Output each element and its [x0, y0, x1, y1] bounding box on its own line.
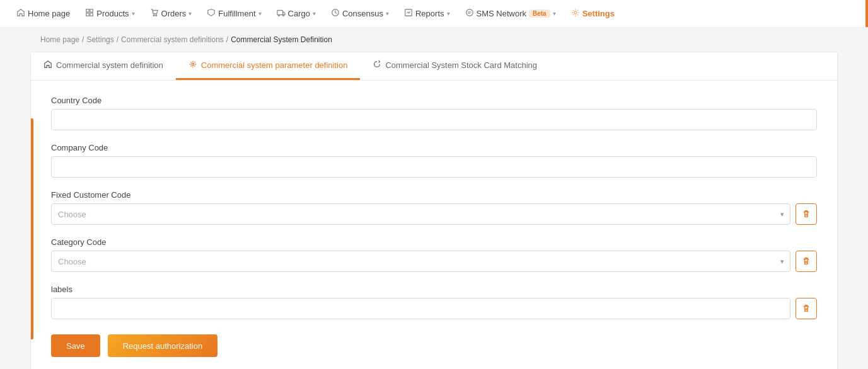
cargo-icon — [277, 8, 286, 19]
nav-label-consensus: Consensus — [342, 9, 383, 18]
svg-point-5 — [155, 15, 156, 16]
breadcrumb-sep2: / — [117, 35, 119, 44]
settings-icon — [571, 8, 580, 19]
param-tab-icon — [188, 60, 197, 71]
fulfillment-chevron-icon: ▾ — [258, 10, 262, 17]
nav-label-products: Products — [96, 9, 129, 18]
svg-point-13 — [192, 63, 194, 65]
form-group-category-code: Category Code Choose ▾ — [51, 237, 817, 272]
nav-item-products[interactable]: Products ▾ — [79, 0, 141, 28]
home-icon — [16, 8, 25, 19]
save-button[interactable]: Save — [51, 334, 100, 357]
form-body: Country Code Company Code Fixed Customer… — [31, 81, 837, 369]
sms-icon — [465, 8, 474, 19]
category-code-select-wrapper: Choose ▾ — [51, 251, 790, 272]
labels-row — [51, 298, 817, 319]
labels-delete-button[interactable] — [796, 298, 817, 319]
products-chevron-icon: ▾ — [132, 10, 135, 17]
sync-tab-icon — [373, 60, 381, 71]
sms-chevron-icon: ▾ — [553, 10, 556, 17]
nav-label-settings: Settings — [582, 9, 615, 18]
left-accent-bar — [31, 118, 33, 339]
nav-item-reports[interactable]: Reports ▾ — [398, 0, 456, 28]
breadcrumb: Home page / Settings / Commercial system… — [0, 28, 868, 52]
nav-label-homepage: Home page — [28, 9, 70, 18]
category-code-select[interactable]: Choose — [51, 251, 790, 272]
settings-active-bar — [865, 0, 868, 27]
home-tab-icon — [43, 60, 52, 71]
main-card: Commercial system definition Commercial … — [30, 52, 838, 369]
navbar: Home page Products ▾ Orders ▾ Fulfillmen… — [0, 0, 868, 28]
company-code-input[interactable] — [51, 156, 817, 178]
nav-item-settings[interactable]: Settings — [565, 0, 621, 28]
form-group-labels: labels — [51, 285, 817, 319]
labels-input[interactable] — [51, 298, 790, 319]
svg-rect-2 — [86, 13, 89, 16]
cargo-chevron-icon: ▾ — [313, 10, 316, 17]
breadcrumb-homepage[interactable]: Home page — [40, 35, 79, 44]
category-code-row: Choose ▾ — [51, 251, 817, 272]
svg-rect-6 — [277, 11, 282, 15]
svg-rect-3 — [90, 13, 93, 16]
consensus-chevron-icon: ▾ — [386, 10, 389, 17]
breadcrumb-current: Commercial System Definition — [231, 35, 332, 44]
category-code-delete-button[interactable] — [796, 251, 817, 272]
nav-label-fulfillment: Fulfillment — [218, 9, 255, 18]
beta-badge: Beta — [529, 9, 550, 18]
tab-label-2: Commercial system parameter definition — [201, 60, 348, 70]
request-authorization-button[interactable]: Request authorization — [108, 334, 217, 357]
nav-label-orders: Orders — [161, 9, 187, 18]
svg-point-7 — [278, 14, 279, 16]
form-group-fixed-customer-code: Fixed Customer Code Choose ▾ — [51, 190, 817, 225]
products-icon — [85, 8, 94, 19]
tab-commercial-system-definition[interactable]: Commercial system definition — [31, 52, 176, 80]
fixed-customer-code-label: Fixed Customer Code — [51, 190, 817, 200]
nav-item-orders[interactable]: Orders ▾ — [144, 0, 199, 28]
svg-point-11 — [466, 9, 473, 16]
reports-icon — [404, 8, 413, 19]
tabs: Commercial system definition Commercial … — [31, 52, 837, 81]
tab-stock-card-matching[interactable]: Commercial System Stock Card Matching — [360, 52, 550, 80]
labels-label: labels — [51, 285, 817, 294]
orders-icon — [150, 8, 159, 19]
svg-rect-1 — [90, 9, 93, 12]
nav-label-sms: SMS Network — [477, 9, 526, 18]
reports-chevron-icon: ▾ — [447, 10, 450, 17]
company-code-label: Company Code — [51, 143, 817, 152]
nav-item-sms[interactable]: SMS Network Beta ▾ — [459, 0, 562, 28]
nav-label-reports: Reports — [415, 9, 444, 18]
svg-rect-0 — [86, 9, 89, 12]
form-group-company-code: Company Code — [51, 143, 817, 178]
svg-point-4 — [153, 15, 154, 16]
nav-item-fulfillment[interactable]: Fulfillment ▾ — [200, 0, 267, 28]
category-code-label: Category Code — [51, 237, 817, 247]
fixed-customer-code-delete-button[interactable] — [796, 203, 817, 225]
breadcrumb-settings[interactable]: Settings — [86, 35, 113, 44]
country-code-input[interactable] — [51, 109, 817, 130]
nav-item-consensus[interactable]: Consensus ▾ — [325, 0, 395, 28]
fixed-customer-code-select-wrapper: Choose ▾ — [51, 203, 790, 225]
tab-commercial-param-definition[interactable]: Commercial system parameter definition — [176, 52, 361, 80]
svg-point-12 — [574, 11, 576, 14]
form-actions: Save Request authorization — [51, 334, 817, 357]
country-code-label: Country Code — [51, 96, 817, 105]
fulfillment-icon — [207, 8, 216, 19]
fixed-customer-code-select[interactable]: Choose — [51, 203, 790, 225]
breadcrumb-commercial-defs[interactable]: Commercial system definitions — [121, 35, 224, 44]
orders-chevron-icon: ▾ — [188, 10, 192, 17]
nav-item-cargo[interactable]: Cargo ▾ — [270, 0, 322, 28]
form-group-country-code: Country Code — [51, 96, 817, 130]
consensus-icon — [331, 8, 340, 19]
breadcrumb-sep3: / — [226, 35, 228, 44]
nav-label-cargo: Cargo — [288, 9, 310, 18]
breadcrumb-sep1: / — [82, 35, 84, 44]
tab-label-3: Commercial System Stock Card Matching — [385, 60, 537, 70]
tab-label-1: Commercial system definition — [56, 60, 163, 70]
svg-point-8 — [282, 14, 284, 16]
nav-item-homepage[interactable]: Home page — [10, 0, 76, 28]
fixed-customer-code-row: Choose ▾ — [51, 203, 817, 225]
